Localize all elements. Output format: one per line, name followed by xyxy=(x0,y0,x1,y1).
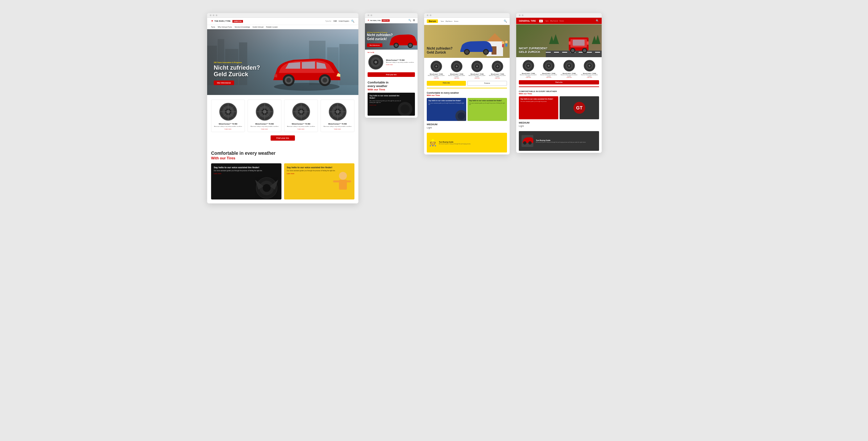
mobile-menu-icon[interactable]: ☰ xyxy=(413,19,415,22)
svg-point-120 xyxy=(589,65,590,67)
mobile-find-tire-button[interactable]: Find your tire xyxy=(368,72,415,77)
general-tire-4 xyxy=(583,59,596,72)
barum-logo: Barum xyxy=(427,20,438,23)
find-tire-button[interactable]: Find your tire xyxy=(271,135,295,140)
comfort-card-title-2: Say hello to our voice assisted tire fin… xyxy=(287,166,352,169)
nav-retailer[interactable]: Retailer Locator xyxy=(266,26,278,28)
mobile-uniroyal-badge: UNIROYAL xyxy=(382,20,390,22)
barum-product-link-3[interactable]: Learn more xyxy=(468,77,487,79)
barum-product-desc-3: Maximum safety in any wintry weather con… xyxy=(468,75,487,77)
barum-comfort-card-2: Say hello to our voice assisted tire fin… xyxy=(468,98,507,121)
barum-action-row: Find a tire Products xyxy=(424,81,509,88)
product-card-2: WinterContact™ TS 860 Maximum safety in … xyxy=(248,100,281,132)
nav-links-bar: Tyres Why Uniroyal Tyres Service & knowl… xyxy=(207,25,359,29)
barum-action-2[interactable]: Products xyxy=(467,81,507,86)
general-light-label: Light xyxy=(516,125,602,129)
general-product-3: WinterContact™ TS 860 Maximum safety in … xyxy=(560,59,579,78)
general-nav-3[interactable]: Service xyxy=(560,20,564,22)
general-medium-label: MEDIUM xyxy=(516,119,602,125)
general-find-tire-button[interactable]: Find a tire xyxy=(519,80,599,85)
mobile-product-link[interactable]: Learn more xyxy=(386,64,414,65)
general-tire-3 xyxy=(563,59,576,72)
svg-point-96 xyxy=(571,49,575,52)
nav-inside[interactable]: Inside Uniroyal xyxy=(252,26,264,28)
general-product-grid: WinterContact™ TS 860 Maximum safety in … xyxy=(516,57,602,80)
barum-tire-3 xyxy=(470,60,484,73)
general-product-1: WinterContact™ TS 860 Maximum safety in … xyxy=(519,59,538,78)
uniroyal-mobile-site: ☂ THE RAIN | TYRE UNIROYAL 🔍 ☰ xyxy=(365,18,417,118)
comfort-cards: Say hello to our voice assisted tire fin… xyxy=(211,163,354,199)
barum-product-2: WinterContact™ TS 860 Maximum safety in … xyxy=(447,60,466,79)
product-desc-2: Maximum safety in any wintry weather con… xyxy=(250,126,279,127)
svg-rect-71 xyxy=(505,43,507,47)
general-product-link-4[interactable]: Learn more xyxy=(580,77,599,78)
mobile-comfort-card-link[interactable]: Learn more xyxy=(370,104,405,106)
barum-nav-1[interactable]: Tyres xyxy=(441,20,444,22)
svg-rect-99 xyxy=(569,41,570,45)
comfort-card-text-2: Say hello to our voice assisted tire fin… xyxy=(287,166,352,175)
tyre-guide-icon: 👷 xyxy=(429,139,437,147)
product-name-3: WinterContact™ TS 860 xyxy=(286,123,316,125)
nav-service[interactable]: Service & knowledge xyxy=(235,26,250,28)
general-nav-links: Tyres Why General Service xyxy=(546,20,564,22)
general-comfort-section: COMFORTABLE IN EVERY WEATHER With our Ti… xyxy=(516,89,602,119)
mobile-comfort-card-title: Say hello to our voice assisted tire fin… xyxy=(370,95,405,99)
mobile-hero: 150 Years Innovation & Progress Nicht zu… xyxy=(365,23,417,50)
general-product-2: WinterContact™ TS 860 Maximum safety in … xyxy=(539,59,558,78)
barum-tyre-guide: 👷 Tyre Buying Guide A consumer guide to … xyxy=(427,133,507,153)
mobile-tire-image xyxy=(368,54,384,70)
general-comfort-card-1: Say hello to our voice assisted tire fin… xyxy=(519,96,558,119)
mobile-hero-cta[interactable]: Hier Informieren xyxy=(367,43,382,47)
mobile-hero-headline: Nicht zufrieden? Geld zurück! xyxy=(367,33,393,41)
chrome-dot xyxy=(368,14,369,16)
general-tire-2 xyxy=(542,59,555,72)
mobile-logo-text: THE RAIN | TYRE xyxy=(370,20,381,21)
barum-nav-2[interactable]: Why Barum xyxy=(445,20,453,22)
mobile-nav-icons: 🔍 ☰ xyxy=(408,19,415,22)
barum-search-icon[interactable]: 🔍 xyxy=(504,20,507,23)
barum-product-desc-4: Maximum safety in any wintry weather con… xyxy=(488,75,507,77)
mobile-search-icon[interactable]: 🔍 xyxy=(408,19,411,22)
svg-marker-104 xyxy=(595,35,600,44)
comfort-card-link-1[interactable]: Learn more xyxy=(214,173,279,175)
svg-point-13 xyxy=(322,78,327,83)
svg-point-125 xyxy=(528,141,532,145)
search-icon[interactable]: 🔍 xyxy=(351,20,354,23)
svg-rect-51 xyxy=(333,181,340,182)
hero-cta-button[interactable]: Hier Informieren xyxy=(214,81,234,85)
product-link-4[interactable]: Learn more xyxy=(323,128,352,130)
barum-product-link-2[interactable]: Learn more xyxy=(447,77,466,79)
svg-point-70 xyxy=(505,41,508,43)
barum-find-tire[interactable]: Find a tire xyxy=(427,81,466,86)
barum-medium-label: MEDIUM xyxy=(424,121,509,127)
svg-point-98 xyxy=(583,49,586,52)
general-hero-text: NICHT ZUFRIEDEN? GELD ZURÜCK xyxy=(519,47,548,54)
svg-point-81 xyxy=(456,65,458,67)
general-product-link-3[interactable]: Learn more xyxy=(560,77,579,78)
general-tire-1 xyxy=(522,59,535,72)
barum-nav-3[interactable]: Service xyxy=(454,20,458,22)
country-selector[interactable]: United Kingdom xyxy=(339,20,349,22)
svg-point-10 xyxy=(286,78,291,83)
general-nav-2[interactable]: Why General xyxy=(550,20,558,22)
nav-tyres[interactable]: Tyres xyxy=(211,26,215,28)
svg-point-56 xyxy=(409,44,412,47)
barum-product-link-4[interactable]: Learn more xyxy=(488,77,507,79)
general-nav-1[interactable]: Tyres xyxy=(546,20,549,22)
uniroyal-desktop-card: ☂ THE RAIN | TYRE UNIROYAL Tyres for: CA… xyxy=(207,13,359,203)
barum-product-link-1[interactable]: Learn more xyxy=(427,77,446,79)
chrome-dot-red xyxy=(210,14,211,16)
nav-why[interactable]: Why Uniroyal Tyres xyxy=(218,26,232,28)
tune-for-value[interactable]: CAR xyxy=(333,20,337,22)
barum-comfort-subtitle: With our Tires xyxy=(427,94,507,96)
general-search-icon[interactable]: 🔍 xyxy=(596,20,599,22)
product-link-1[interactable]: Learn more xyxy=(213,128,243,130)
product-name-4: WinterContact™ TS 860 xyxy=(323,123,352,125)
general-product-link-2[interactable]: Learn more xyxy=(539,77,558,78)
comfort-card-body-1: Our voice assistant guides you through t… xyxy=(214,170,279,172)
product-link-3[interactable]: Learn more xyxy=(286,128,316,130)
general-product-link-1[interactable]: Learn more xyxy=(519,77,538,78)
product-link-2[interactable]: Learn more xyxy=(250,128,279,130)
product-name-1: WinterContact™ TS 860 xyxy=(213,123,243,125)
comfort-card-link-2[interactable]: Learn more xyxy=(287,173,352,175)
